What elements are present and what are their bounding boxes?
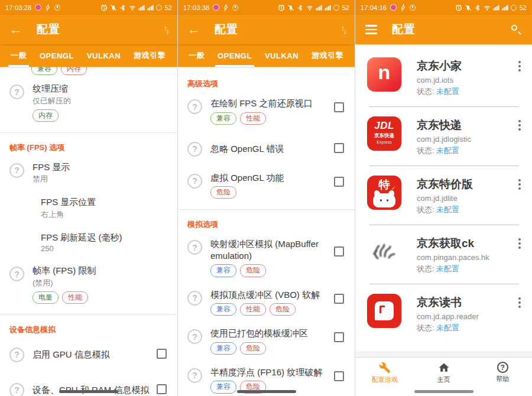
checkbox[interactable] — [334, 177, 344, 187]
search-icon — [511, 24, 521, 35]
app-name: 京东特价版 — [417, 177, 513, 192]
sort-button[interactable]: ↑↓ — [341, 25, 346, 34]
jd-lite-app-icon: 特 ✓ — [367, 176, 401, 210]
checkbox[interactable] — [157, 384, 167, 394]
setting-row-gpu-sim[interactable]: ? 启用 GPU 信息模拟 — [0, 337, 177, 372]
signal2-icon — [147, 4, 154, 11]
tag-chip: 兼容 — [210, 381, 236, 393]
lightning-icon — [44, 4, 51, 11]
setting-row-fps-position[interactable]: FPS 显示位置 右上角 — [0, 190, 177, 226]
setting-row-fps-display[interactable]: ? FPS 显示 禁用 — [0, 155, 177, 191]
setting-value: 右上角 — [41, 209, 169, 220]
app-status: 状态:未配置 — [417, 86, 513, 97]
tag-chip: 性能 — [240, 112, 266, 125]
back-button[interactable]: ← — [186, 22, 202, 37]
checkbox[interactable] — [334, 143, 344, 153]
gesture-bar[interactable] — [414, 390, 473, 393]
panel-opengl-settings: 17:03:38 52 ← 配置 ↑↓ 一般 O — [177, 0, 355, 396]
checkbox[interactable] — [157, 349, 167, 359]
setting-row-mapbuffer[interactable]: ? 映射缓冲区模拟 (MapBuffer emulation) 兼容 危险 — [178, 232, 355, 283]
app-bar: ← 配置 ↑↓ — [178, 15, 355, 44]
status-bar: 17:04:16 52 — [355, 0, 532, 15]
menu-button[interactable] — [364, 22, 379, 37]
checkbox[interactable] — [334, 332, 344, 342]
tab-opengl[interactable]: OPENGL — [40, 44, 74, 67]
overflow-menu-icon[interactable] — [513, 116, 526, 131]
setting-row-fps-limit[interactable]: ? 帧率 (FPS) 限制 (禁用) 电量 性能 — [0, 259, 177, 310]
panel-app-list: 17:04:16 52 配置 n — [355, 0, 532, 396]
wrench-icon — [379, 362, 391, 374]
app-row-jd-kuaidi[interactable]: JDL 京东快递 Express 京东快递 com.jd.jdlogistic … — [355, 107, 532, 165]
status-badge: 未配置 — [436, 87, 459, 96]
wifi-icon — [306, 4, 313, 11]
tag-chip: 兼容 — [210, 303, 236, 316]
page-title: 配置 — [37, 22, 60, 37]
help-icon: ? — [9, 383, 24, 396]
app-bar: ← 配置 ↑↓ — [0, 15, 177, 44]
app-package: com.jd.jdlite — [417, 194, 513, 203]
help-icon: ? — [187, 368, 202, 383]
help-icon: ? — [187, 240, 202, 255]
overflow-menu-icon[interactable] — [513, 235, 526, 249]
setting-value: 仅已解压的 — [33, 96, 169, 106]
setting-row-packed-stencil[interactable]: ? 使用已打包的模板缓冲区 兼容 危险 — [178, 322, 355, 361]
checkbox[interactable] — [334, 294, 344, 304]
setting-title: 纹理压缩 — [33, 83, 169, 95]
bell-off-icon — [287, 4, 294, 11]
app-status: 状态:未配置 — [417, 323, 513, 333]
tag-chip: 性能 — [240, 303, 266, 316]
nav-item-configure-games[interactable]: 配置游戏 — [355, 358, 414, 388]
checkbox[interactable] — [334, 246, 344, 257]
setting-title: 帧率 (FPS) 限制 — [33, 265, 169, 277]
tab-vulkan[interactable]: VULKAN — [87, 44, 121, 67]
overflow-menu-icon[interactable] — [513, 57, 526, 72]
app-name: 京东读书 — [417, 295, 513, 310]
gesture-bar[interactable] — [59, 390, 118, 393]
nav-item-home[interactable]: 主页 — [414, 358, 473, 388]
setting-row-ignore-gl-errors[interactable]: ? 忽略 OpenGL 错误 — [178, 131, 355, 166]
app-row-jd-tejiaban[interactable]: 特 ✓ 京东特价版 com.jd.jdlite 状态:未配置 — [355, 166, 532, 225]
checkbox[interactable] — [334, 102, 344, 112]
section-header-simulation: 模拟选项 — [178, 210, 355, 232]
tab-game-engine[interactable]: 游戏引擎 — [312, 44, 343, 67]
tab-general[interactable]: 一般 — [11, 44, 27, 67]
tab-general[interactable]: 一般 — [189, 44, 205, 67]
tag-chip: 危险 — [240, 342, 266, 355]
overflow-menu-icon[interactable] — [513, 176, 526, 190]
signal2-icon — [502, 4, 508, 11]
battery-percent: 52 — [342, 4, 349, 11]
clock-text: 17:03:28 — [5, 4, 31, 11]
app-list: n 京东小家 com.jd.iots 状态:未配置 JDL 京东快递 Expre… — [355, 44, 532, 357]
setting-row-vbo[interactable]: ? 模拟顶点缓冲区 (VBO) 软解 兼容 性能 危险 — [178, 283, 355, 322]
app-row-jd-xiaojia[interactable]: n 京东小家 com.jd.iots 状态:未配置 — [355, 48, 532, 106]
tab-opengl[interactable]: OPENGL — [218, 44, 252, 67]
app-row-jd-huoqu-ck[interactable]: 京东获取ck com.pingan.paces.hk 状态:未配置 — [355, 225, 532, 284]
search-button[interactable] — [508, 22, 524, 37]
status-bar: 17:03:28 52 — [0, 0, 177, 15]
setting-row-restore-viewport[interactable]: ? 在绘制 FPS 之前还原视口 兼容 性能 — [178, 92, 355, 131]
gesture-bar[interactable] — [237, 390, 296, 393]
clock-text: 17:03:38 — [183, 4, 209, 11]
tab-game-engine[interactable]: 游戏引擎 — [134, 44, 166, 67]
bluetooth-icon — [474, 4, 481, 11]
checkbox[interactable] — [334, 371, 344, 381]
setting-row-virtual-gl[interactable]: ? 虚拟 OpenGL 功能 危险 — [178, 166, 355, 205]
setting-row-fps-delay[interactable]: FPS 刷新延迟 (毫秒) 250 — [0, 226, 177, 259]
overflow-menu-icon[interactable] — [513, 294, 526, 308]
app-package: com.jd.jdlogistic — [417, 135, 513, 144]
status-badge: 未配置 — [436, 323, 459, 332]
signal-icon — [138, 4, 145, 11]
nav-item-help[interactable]: ? 帮助 — [473, 358, 532, 388]
tab-vulkan[interactable]: VULKAN — [265, 44, 299, 67]
app-row-jd-dushu[interactable]: 京东读书 com.jd.app.reader 状态:未配置 — [355, 284, 532, 343]
page-title: 配置 — [392, 22, 416, 37]
app-package: com.pingan.paces.hk — [417, 253, 513, 262]
jd-xiaojia-app-icon: n — [367, 57, 401, 92]
tag-chip: 内存 — [33, 109, 59, 122]
battery-icon — [156, 5, 162, 11]
battery-percent: 52 — [520, 4, 527, 11]
setting-row-texture-compression[interactable]: ? 纹理压缩 仅已解压的 内存 — [0, 77, 177, 128]
back-button[interactable]: ← — [8, 22, 24, 37]
alarm-icon — [278, 4, 285, 11]
sort-button[interactable]: ↑↓ — [164, 25, 169, 34]
